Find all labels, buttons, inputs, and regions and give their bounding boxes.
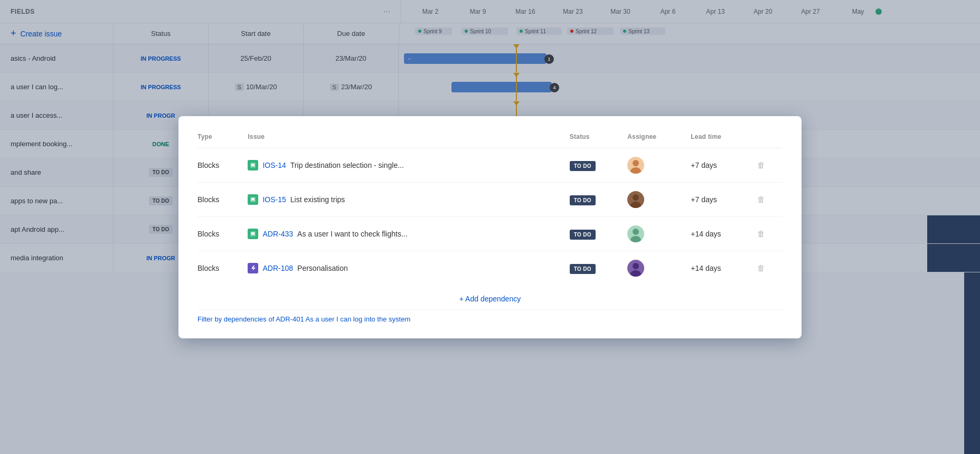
dependency-row: Blocks IOS-15 List existing trips xyxy=(197,182,783,216)
delete-icon[interactable]: 🗑 xyxy=(757,229,765,238)
dep-type: Blocks xyxy=(197,182,248,216)
filter-link-section: Filter by dependencies of ADR-401 As a u… xyxy=(197,309,783,324)
svg-point-8 xyxy=(630,236,641,242)
issue-title: List existing trips xyxy=(290,195,345,204)
dep-leadtime: +7 days xyxy=(691,182,757,216)
dep-issue-cell: IOS-15 List existing trips xyxy=(248,182,569,216)
status-badge: TO DO xyxy=(570,195,596,205)
dep-leadtime: +7 days xyxy=(691,148,757,182)
dep-leadtime: +14 days xyxy=(691,251,757,285)
dep-assignee xyxy=(627,148,691,182)
issue-key[interactable]: ADR-433 xyxy=(262,230,293,238)
svg-point-5 xyxy=(630,202,641,208)
dep-delete[interactable]: 🗑 xyxy=(757,182,783,216)
dep-delete[interactable]: 🗑 xyxy=(757,148,783,182)
status-badge: TO DO xyxy=(570,264,596,274)
avatar xyxy=(627,225,644,242)
delete-icon[interactable]: 🗑 xyxy=(757,195,765,204)
delete-icon[interactable]: 🗑 xyxy=(757,263,765,272)
dependency-row: Blocks ADR-108 Personalisation xyxy=(197,251,783,285)
avatar xyxy=(627,260,644,277)
col-assignee-header: Assignee xyxy=(627,133,691,148)
add-dependency-button[interactable]: + Add dependency xyxy=(459,295,521,303)
dep-status: TO DO xyxy=(570,216,627,251)
issue-icon-bookmark xyxy=(248,194,258,205)
col-status-header: Status xyxy=(570,133,627,148)
dep-type: Blocks xyxy=(197,148,248,182)
dep-status: TO DO xyxy=(570,148,627,182)
dep-type: Blocks xyxy=(197,251,248,285)
col-leadtime-header: Lead time xyxy=(691,133,757,148)
dependency-row: Blocks ADR-433 As a user I want to check… xyxy=(197,216,783,251)
svg-point-1 xyxy=(633,160,639,166)
status-badge: TO DO xyxy=(570,161,596,171)
status-badge: TO DO xyxy=(570,230,596,240)
issue-title: Personalisation xyxy=(297,264,348,272)
dep-issue-cell: ADR-108 Personalisation xyxy=(248,251,569,285)
dep-delete[interactable]: 🗑 xyxy=(757,216,783,251)
svg-point-2 xyxy=(630,167,641,174)
issue-key[interactable]: IOS-15 xyxy=(262,195,286,204)
svg-point-7 xyxy=(633,229,639,235)
dep-assignee xyxy=(627,251,691,285)
dependency-row: Blocks IOS-14 Trip destination selection… xyxy=(197,148,783,182)
dep-status: TO DO xyxy=(570,251,627,285)
dep-assignee xyxy=(627,182,691,216)
modal-overlay: Type Issue Status Assignee Lead time Blo… xyxy=(0,0,980,454)
dependencies-modal: Type Issue Status Assignee Lead time Blo… xyxy=(178,116,802,338)
issue-title: As a user I want to check flights... xyxy=(297,230,408,238)
avatar xyxy=(627,191,644,208)
add-dependency-section: + Add dependency xyxy=(197,285,783,309)
issue-title: Trip destination selection - single... xyxy=(290,161,404,169)
svg-point-9 xyxy=(633,263,639,269)
dep-status: TO DO xyxy=(570,182,627,216)
issue-icon-bookmark xyxy=(248,229,258,239)
dependencies-table: Type Issue Status Assignee Lead time Blo… xyxy=(197,133,783,285)
dep-leadtime: +14 days xyxy=(691,216,757,251)
dep-type: Blocks xyxy=(197,216,248,251)
filter-dependencies-link[interactable]: Filter by dependencies of ADR-401 As a u… xyxy=(197,315,410,323)
svg-point-4 xyxy=(633,194,639,201)
dep-issue-cell: ADR-433 As a user I want to check flight… xyxy=(248,216,569,251)
issue-key[interactable]: ADR-108 xyxy=(262,264,293,272)
col-type-header: Type xyxy=(197,133,248,148)
delete-icon[interactable]: 🗑 xyxy=(757,160,765,169)
avatar xyxy=(627,157,644,174)
dep-delete[interactable]: 🗑 xyxy=(757,251,783,285)
issue-icon-lightning xyxy=(248,263,258,273)
dep-issue-cell: IOS-14 Trip destination selection - sing… xyxy=(248,148,569,182)
col-issue-header: Issue xyxy=(248,133,569,148)
svg-point-10 xyxy=(630,270,641,277)
issue-key[interactable]: IOS-14 xyxy=(262,161,286,169)
issue-icon-bookmark xyxy=(248,160,258,171)
dep-assignee xyxy=(627,216,691,251)
